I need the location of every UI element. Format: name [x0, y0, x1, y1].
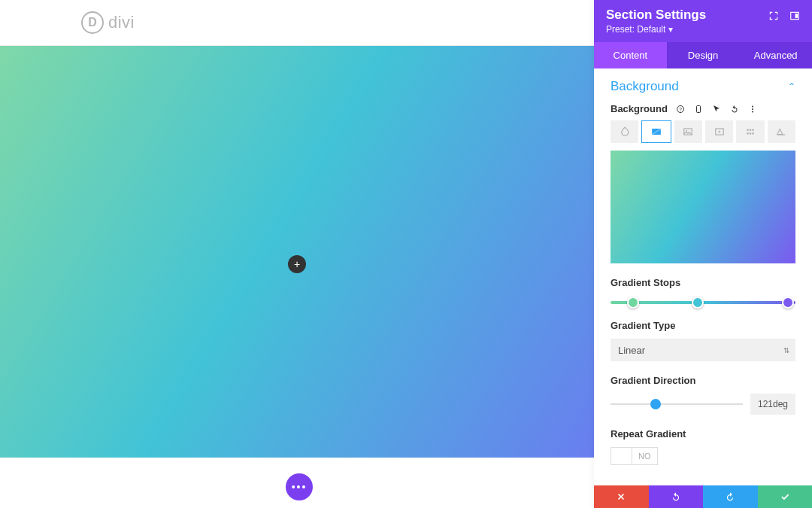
builder-fab-button[interactable]: ••• [286, 473, 313, 500]
svg-point-7 [752, 108, 753, 110]
menu-icon[interactable] [747, 104, 758, 114]
toggle-label: NO [632, 448, 657, 464]
svg-point-6 [752, 105, 753, 107]
background-type-tabs [611, 120, 795, 143]
redo-button[interactable] [703, 485, 758, 508]
bg-type-video[interactable] [705, 120, 733, 143]
stop-handle-2[interactable] [692, 297, 704, 309]
stop-handle-3[interactable] [782, 297, 794, 309]
cancel-button[interactable] [594, 485, 649, 508]
direction-value[interactable]: 121deg [750, 394, 795, 415]
gradient-stops-label: Gradient Stops [611, 277, 795, 288]
chevron-up-icon: ⌃ [788, 81, 795, 92]
section-title: Background [611, 79, 679, 94]
gradient-stops-slider[interactable] [611, 299, 795, 306]
save-button[interactable] [758, 485, 813, 508]
gradient-section-preview[interactable]: + [0, 46, 594, 488]
logo-icon: D [81, 11, 104, 34]
background-label: Background [611, 103, 668, 114]
tab-design[interactable]: Design [667, 42, 740, 68]
undo-button[interactable] [649, 485, 704, 508]
device-icon[interactable] [693, 104, 704, 114]
svg-rect-17 [750, 132, 751, 134]
panel-body: Background ⌃ Background ? Gradient Stops [594, 68, 812, 508]
snap-icon[interactable] [789, 11, 800, 24]
reset-icon[interactable] [729, 104, 740, 114]
bg-type-gradient[interactable] [641, 120, 671, 143]
bg-type-mask[interactable] [768, 120, 795, 143]
bg-type-image[interactable] [674, 120, 702, 143]
svg-rect-1 [795, 14, 798, 18]
tab-content[interactable]: Content [594, 42, 667, 68]
repeat-gradient-label: Repeat Gradient [611, 428, 795, 440]
svg-rect-16 [747, 132, 748, 134]
preset-selector[interactable]: Preset: Default ▾ [606, 24, 768, 35]
dots-icon: ••• [292, 482, 308, 492]
svg-rect-18 [752, 132, 753, 134]
stop-handle-1[interactable] [627, 297, 639, 309]
help-icon[interactable]: ? [675, 104, 686, 114]
svg-point-5 [698, 111, 698, 111]
bg-type-color[interactable] [611, 120, 638, 143]
bg-type-pattern[interactable] [736, 120, 764, 143]
gradient-direction-label: Gradient Direction [611, 375, 795, 386]
logo: D divi [81, 11, 135, 34]
direction-handle[interactable] [650, 399, 661, 409]
logo-text: divi [108, 13, 135, 32]
add-module-button[interactable]: + [288, 255, 306, 273]
background-field-header: Background ? [611, 103, 795, 114]
section-heading-row[interactable]: Background ⌃ [611, 79, 795, 94]
gradient-type-label: Gradient Type [611, 320, 795, 331]
panel-footer [594, 485, 812, 508]
hover-icon[interactable] [711, 104, 722, 114]
svg-text:?: ? [679, 106, 682, 111]
gradient-swatch[interactable] [611, 151, 795, 263]
toggle-handle [611, 448, 632, 464]
svg-rect-19 [777, 135, 786, 135]
expand-icon[interactable] [768, 11, 779, 24]
svg-rect-15 [752, 129, 753, 131]
svg-rect-14 [750, 129, 751, 131]
panel-title: Section Settings [606, 8, 768, 23]
settings-panel: Section Settings Preset: Default ▾ Conte… [594, 0, 812, 508]
panel-tabs: Content Design Advanced [594, 42, 812, 68]
repeat-gradient-toggle[interactable]: NO [611, 447, 658, 465]
gradient-type-select[interactable]: Linear [611, 339, 795, 361]
panel-header: Section Settings Preset: Default ▾ [594, 0, 812, 42]
direction-slider[interactable] [611, 400, 743, 408]
preview-area: + [0, 46, 594, 488]
direction-track [611, 403, 743, 405]
svg-point-8 [752, 111, 753, 112]
svg-rect-13 [747, 129, 748, 131]
tab-advanced[interactable]: Advanced [739, 42, 812, 68]
